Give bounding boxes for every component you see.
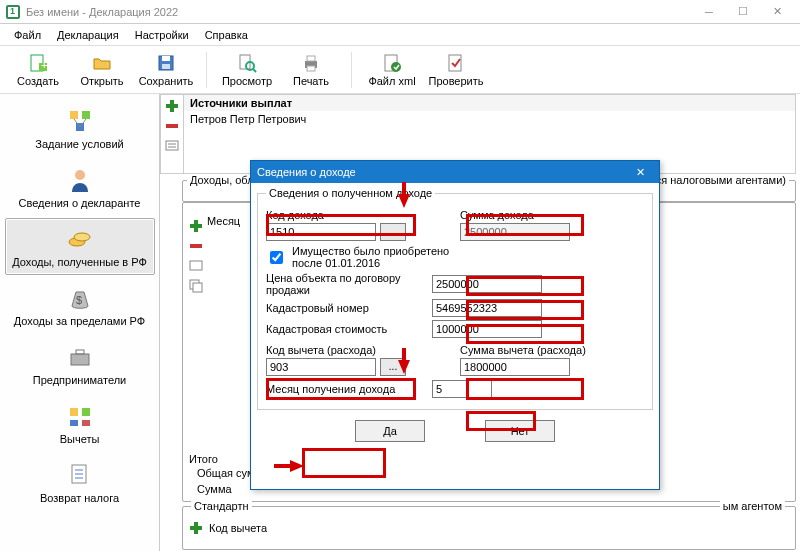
svg-rect-24 xyxy=(71,354,89,365)
dialog-titlebar[interactable]: Сведения о доходе ✕ xyxy=(251,161,659,183)
income-fieldset: Сведения о полученном доходе Код дохода … xyxy=(257,187,653,410)
sidebar-item-deductions[interactable]: Вычеты xyxy=(5,395,155,452)
deduct-code-input[interactable] xyxy=(266,358,376,376)
person-icon xyxy=(66,166,94,194)
preview-icon xyxy=(237,53,257,73)
income-sum-input[interactable] xyxy=(460,223,570,241)
annotation-arrow-3 xyxy=(290,460,304,472)
price-input[interactable] xyxy=(432,275,542,293)
remove-source-button[interactable] xyxy=(163,117,181,135)
menu-declaration[interactable]: Декларация xyxy=(49,26,127,44)
sidebar: Задание условий Сведения о декларанте До… xyxy=(0,94,160,551)
month-label-bg: Месяц xyxy=(207,215,240,227)
price-label: Цена объекта по договору продажи xyxy=(266,272,426,296)
std-legend-right: ым агентом xyxy=(720,500,785,512)
svg-rect-14 xyxy=(449,55,461,71)
month-input[interactable] xyxy=(432,380,492,398)
income-dialog: Сведения о доходе ✕ Сведения о полученно… xyxy=(250,160,660,490)
open-folder-icon xyxy=(92,53,112,73)
sidebar-item-income-rf[interactable]: Доходы, полученные в РФ xyxy=(5,218,155,275)
toolbar-save[interactable]: Сохранить xyxy=(138,48,194,92)
add-std-button[interactable] xyxy=(187,519,205,537)
svg-rect-42 xyxy=(190,244,202,248)
income-code-browse-button[interactable]: ... xyxy=(380,223,406,241)
svg-line-8 xyxy=(253,69,256,72)
svg-point-22 xyxy=(74,233,90,241)
svg-rect-16 xyxy=(82,111,90,119)
save-icon xyxy=(156,53,176,73)
svg-rect-41 xyxy=(190,224,202,228)
source-row[interactable]: Петров Петр Петрович xyxy=(184,111,795,127)
svg-rect-29 xyxy=(82,420,90,426)
std-deductions-group: Стандартн ым агентом Код вычета xyxy=(182,506,796,550)
deduct-sum-input[interactable] xyxy=(460,358,570,376)
toolbar-xml[interactable]: Файл xml xyxy=(364,48,420,92)
copy-income-button[interactable] xyxy=(187,277,205,295)
add-income-button[interactable] xyxy=(187,217,205,235)
income-sum-label: Сумма дохода xyxy=(460,209,644,221)
cadastral-val-label: Кадастровая стоимость xyxy=(266,323,426,335)
income-code-label: Код дохода xyxy=(266,209,450,221)
moneybag-icon: $ xyxy=(66,284,94,312)
dialog-close-button[interactable]: ✕ xyxy=(627,166,653,179)
menu-file[interactable]: Файл xyxy=(6,26,49,44)
after2016-checkbox[interactable] xyxy=(270,251,283,264)
svg-rect-47 xyxy=(190,526,202,530)
sidebar-item-conditions[interactable]: Задание условий xyxy=(5,100,155,157)
cadastral-no-label: Кадастровый номер xyxy=(266,302,426,314)
code-label: Код вычета xyxy=(209,522,267,534)
sources-header: Источники выплат xyxy=(184,95,795,111)
toolbar-open[interactable]: Открыть xyxy=(74,48,130,92)
month-label: Месяц получения дохода xyxy=(266,383,426,395)
toolbar-print[interactable]: Печать xyxy=(283,48,339,92)
app-icon xyxy=(6,5,20,19)
svg-rect-26 xyxy=(70,408,78,416)
after2016-label: Имущество было приобретено после 01.01.2… xyxy=(292,245,452,269)
svg-point-13 xyxy=(391,62,401,72)
cadastral-val-input[interactable] xyxy=(432,320,542,338)
menu-help[interactable]: Справка xyxy=(197,26,256,44)
svg-rect-10 xyxy=(307,56,315,61)
maximize-button[interactable]: ☐ xyxy=(726,1,760,23)
annotation-arrow-1 xyxy=(398,194,410,208)
remove-income-button[interactable] xyxy=(187,237,205,255)
add-source-button[interactable] xyxy=(163,97,181,115)
xml-file-icon xyxy=(382,53,402,73)
agents-legend: Доходы, обл xyxy=(187,174,257,186)
document-icon xyxy=(66,461,94,489)
briefcase-icon xyxy=(66,343,94,371)
income-code-input[interactable] xyxy=(266,223,376,241)
sidebar-item-declarant[interactable]: Сведения о декларанте xyxy=(5,159,155,216)
toolbar-view[interactable]: Просмотр xyxy=(219,48,275,92)
toolbar-create[interactable]: + Создать xyxy=(10,48,66,92)
svg-rect-4 xyxy=(162,56,170,61)
ok-button[interactable]: Да xyxy=(355,420,425,442)
check-icon xyxy=(446,53,466,73)
svg-rect-11 xyxy=(307,66,315,71)
deduct-code-label: Код вычета (расхода) xyxy=(266,344,450,356)
menubar: Файл Декларация Настройки Справка xyxy=(0,24,800,46)
sidebar-item-income-abroad[interactable]: $ Доходы за пределами РФ xyxy=(5,277,155,334)
cancel-button[interactable]: Нет xyxy=(485,420,555,442)
dialog-title: Сведения о доходе xyxy=(257,166,356,178)
svg-rect-28 xyxy=(70,420,78,426)
minimize-button[interactable]: ─ xyxy=(692,1,726,23)
edit-source-button[interactable] xyxy=(163,137,181,155)
menu-settings[interactable]: Настройки xyxy=(127,26,197,44)
totals-label: Итого xyxy=(189,453,218,465)
svg-rect-37 xyxy=(166,141,178,150)
sidebar-item-tax-return[interactable]: Возврат налога xyxy=(5,454,155,511)
close-button[interactable]: ✕ xyxy=(760,1,794,23)
svg-text:+: + xyxy=(41,59,47,71)
sum-label: Сумма xyxy=(197,483,232,495)
svg-rect-45 xyxy=(193,283,202,292)
cadastral-no-input[interactable] xyxy=(432,299,542,317)
svg-point-20 xyxy=(75,170,85,180)
svg-rect-36 xyxy=(166,124,178,128)
edit-income-button[interactable] xyxy=(187,257,205,275)
svg-rect-25 xyxy=(76,350,84,354)
sidebar-item-entrepreneur[interactable]: Предприниматели xyxy=(5,336,155,393)
svg-rect-15 xyxy=(70,111,78,119)
toolbar-check[interactable]: Проверить xyxy=(428,48,484,92)
svg-text:$: $ xyxy=(76,294,82,306)
